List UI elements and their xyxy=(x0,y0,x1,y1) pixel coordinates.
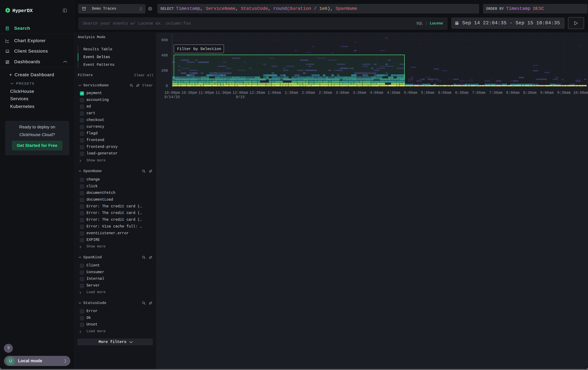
svg-text:200: 200 xyxy=(161,69,168,73)
svg-text:0: 0 xyxy=(166,84,168,88)
svg-text:10:30pm: 10:30pm xyxy=(181,91,197,95)
svg-text:10:00pm: 10:00pm xyxy=(164,91,180,95)
svg-text:8:00am: 8:00am xyxy=(506,91,520,95)
svg-text:1:00am: 1:00am xyxy=(268,91,281,95)
svg-text:12:00am: 12:00am xyxy=(232,91,248,95)
svg-text:10:00am: 10:00am xyxy=(573,91,588,95)
svg-text:4:00am: 4:00am xyxy=(370,91,383,95)
svg-text:9/15: 9/15 xyxy=(236,95,245,99)
svg-text:1:30am: 1:30am xyxy=(285,91,298,95)
svg-text:400: 400 xyxy=(161,53,168,58)
svg-text:11:30pm: 11:30pm xyxy=(215,91,231,95)
svg-text:2:30am: 2:30am xyxy=(319,91,332,95)
svg-text:3:00am: 3:00am xyxy=(336,91,349,95)
svg-text:600: 600 xyxy=(161,38,168,42)
svg-text:12:30am: 12:30am xyxy=(250,91,265,95)
svg-text:7:30am: 7:30am xyxy=(489,91,503,95)
svg-text:9/14/25: 9/14/25 xyxy=(164,95,180,99)
svg-text:8:30am: 8:30am xyxy=(523,91,536,95)
svg-text:3:30am: 3:30am xyxy=(353,91,366,95)
svg-text:11:00pm: 11:00pm xyxy=(198,91,214,95)
svg-text:2:00am: 2:00am xyxy=(302,91,315,95)
svg-text:4:30am: 4:30am xyxy=(387,91,400,95)
svg-text:Filter by Selection: Filter by Selection xyxy=(177,47,221,51)
svg-text:5:30am: 5:30am xyxy=(421,91,434,95)
svg-text:5:00am: 5:00am xyxy=(404,91,417,95)
svg-text:6:30am: 6:30am xyxy=(455,91,468,95)
svg-text:7:00am: 7:00am xyxy=(472,91,485,95)
svg-text:9:30am: 9:30am xyxy=(557,91,571,95)
svg-text:9:00am: 9:00am xyxy=(540,91,554,95)
svg-text:6:00am: 6:00am xyxy=(438,91,451,95)
